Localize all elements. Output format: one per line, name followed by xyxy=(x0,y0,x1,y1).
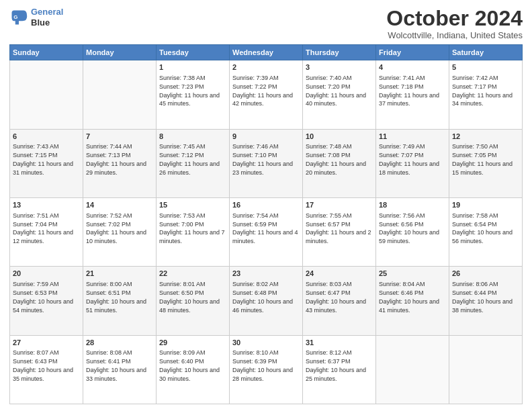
calendar-cell-8: 8Sunrise: 7:45 AMSunset: 7:12 PMDaylight… xyxy=(157,129,230,197)
calendar-cell-20: 20Sunrise: 7:59 AMSunset: 6:53 PMDayligh… xyxy=(10,267,83,335)
day-number: 1 xyxy=(159,62,226,73)
calendar-cell-3: 3Sunrise: 7:40 AMSunset: 7:20 PMDaylight… xyxy=(303,60,376,129)
day-number: 17 xyxy=(306,200,373,210)
calendar-cell-1: 1Sunrise: 7:38 AMSunset: 7:23 PMDaylight… xyxy=(157,60,230,129)
cell-info: Sunrise: 8:10 AMSunset: 6:39 PMDaylight:… xyxy=(232,349,293,381)
cell-info: Sunrise: 7:40 AMSunset: 7:20 PMDaylight:… xyxy=(306,75,366,107)
day-number: 13 xyxy=(13,200,80,210)
day-number: 28 xyxy=(86,338,153,348)
day-number: 31 xyxy=(306,338,373,348)
day-number: 14 xyxy=(86,200,153,210)
calendar-cell-empty xyxy=(376,335,449,404)
calendar-cell-2: 2Sunrise: 7:39 AMSunset: 7:22 PMDaylight… xyxy=(230,60,303,129)
calendar-header-friday: Friday xyxy=(376,45,449,60)
cell-info: Sunrise: 8:09 AMSunset: 6:40 PMDaylight:… xyxy=(159,349,220,381)
cell-info: Sunrise: 7:48 AMSunset: 7:08 PMDaylight:… xyxy=(306,143,366,175)
day-number: 29 xyxy=(159,338,226,348)
calendar-cell-26: 26Sunrise: 8:06 AMSunset: 6:44 PMDayligh… xyxy=(449,267,523,335)
day-number: 27 xyxy=(13,338,80,348)
calendar-cell-10: 10Sunrise: 7:48 AMSunset: 7:08 PMDayligh… xyxy=(303,129,376,197)
calendar-cell-28: 28Sunrise: 8:08 AMSunset: 6:41 PMDayligh… xyxy=(83,335,157,404)
title-block: October 2024 Wolcottville, Indiana, Unit… xyxy=(386,7,523,40)
subtitle: Wolcottville, Indiana, United States xyxy=(386,30,523,40)
day-number: 20 xyxy=(13,269,80,279)
page: G General Blue October 2024 Wolcottville… xyxy=(0,0,532,411)
calendar-cell-empty xyxy=(10,60,83,129)
cell-info: Sunrise: 8:07 AMSunset: 6:43 PMDaylight:… xyxy=(13,349,73,381)
logo-text: General Blue xyxy=(31,7,63,28)
day-number: 22 xyxy=(159,269,226,279)
cell-info: Sunrise: 8:02 AMSunset: 6:48 PMDaylight:… xyxy=(232,281,293,313)
cell-info: Sunrise: 8:03 AMSunset: 6:47 PMDaylight:… xyxy=(306,281,366,313)
cell-info: Sunrise: 7:43 AMSunset: 7:15 PMDaylight:… xyxy=(13,143,73,175)
calendar-table: SundayMondayTuesdayWednesdayThursdayFrid… xyxy=(9,44,523,404)
logo-icon: G xyxy=(9,8,28,27)
cell-info: Sunrise: 7:49 AMSunset: 7:07 PMDaylight:… xyxy=(379,143,439,175)
calendar-cell-23: 23Sunrise: 8:02 AMSunset: 6:48 PMDayligh… xyxy=(230,267,303,335)
day-number: 11 xyxy=(379,132,446,142)
day-number: 24 xyxy=(306,269,373,279)
day-number: 30 xyxy=(232,338,300,348)
cell-info: Sunrise: 7:53 AMSunset: 7:00 PMDaylight:… xyxy=(159,212,225,244)
calendar-header-monday: Monday xyxy=(83,45,157,60)
day-number: 2 xyxy=(232,62,300,73)
calendar-cell-14: 14Sunrise: 7:52 AMSunset: 7:02 PMDayligh… xyxy=(83,197,157,266)
day-number: 26 xyxy=(452,269,519,279)
calendar-header-tuesday: Tuesday xyxy=(157,45,230,60)
calendar-cell-9: 9Sunrise: 7:46 AMSunset: 7:10 PMDaylight… xyxy=(230,129,303,197)
day-number: 9 xyxy=(232,132,300,142)
day-number: 15 xyxy=(159,200,226,210)
calendar-cell-22: 22Sunrise: 8:01 AMSunset: 6:50 PMDayligh… xyxy=(157,267,230,335)
calendar-week-1: 1Sunrise: 7:38 AMSunset: 7:23 PMDaylight… xyxy=(10,60,523,129)
day-number: 5 xyxy=(452,62,519,73)
cell-info: Sunrise: 7:56 AMSunset: 6:56 PMDaylight:… xyxy=(379,212,439,244)
day-number: 19 xyxy=(452,200,519,210)
day-number: 12 xyxy=(452,132,519,142)
day-number: 23 xyxy=(232,269,300,279)
svg-text:G: G xyxy=(13,13,17,19)
cell-info: Sunrise: 7:55 AMSunset: 6:57 PMDaylight:… xyxy=(306,212,371,244)
calendar-cell-15: 15Sunrise: 7:53 AMSunset: 7:00 PMDayligh… xyxy=(157,197,230,266)
logo: G General Blue xyxy=(9,7,63,28)
calendar-cell-29: 29Sunrise: 8:09 AMSunset: 6:40 PMDayligh… xyxy=(157,335,230,404)
day-number: 10 xyxy=(306,132,373,142)
calendar-header-row: SundayMondayTuesdayWednesdayThursdayFrid… xyxy=(10,45,523,60)
day-number: 8 xyxy=(159,132,226,142)
cell-info: Sunrise: 8:01 AMSunset: 6:50 PMDaylight:… xyxy=(159,281,220,313)
cell-info: Sunrise: 8:00 AMSunset: 6:51 PMDaylight:… xyxy=(86,281,146,313)
cell-info: Sunrise: 7:39 AMSunset: 7:22 PMDaylight:… xyxy=(232,75,293,107)
day-number: 21 xyxy=(86,269,153,279)
cell-info: Sunrise: 7:54 AMSunset: 6:59 PMDaylight:… xyxy=(232,212,298,244)
main-title: October 2024 xyxy=(386,7,523,30)
calendar-header-thursday: Thursday xyxy=(303,45,376,60)
cell-info: Sunrise: 7:59 AMSunset: 6:53 PMDaylight:… xyxy=(13,281,73,313)
calendar-cell-18: 18Sunrise: 7:56 AMSunset: 6:56 PMDayligh… xyxy=(376,197,449,266)
calendar-header-wednesday: Wednesday xyxy=(230,45,303,60)
calendar-cell-27: 27Sunrise: 8:07 AMSunset: 6:43 PMDayligh… xyxy=(10,335,83,404)
day-number: 4 xyxy=(379,62,446,73)
calendar-cell-21: 21Sunrise: 8:00 AMSunset: 6:51 PMDayligh… xyxy=(83,267,157,335)
cell-info: Sunrise: 7:45 AMSunset: 7:12 PMDaylight:… xyxy=(159,143,220,175)
calendar-cell-30: 30Sunrise: 8:10 AMSunset: 6:39 PMDayligh… xyxy=(230,335,303,404)
day-number: 18 xyxy=(379,200,446,210)
day-number: 7 xyxy=(86,132,153,142)
cell-info: Sunrise: 7:42 AMSunset: 7:17 PMDaylight:… xyxy=(452,75,513,107)
calendar-cell-7: 7Sunrise: 7:44 AMSunset: 7:13 PMDaylight… xyxy=(83,129,157,197)
cell-info: Sunrise: 8:04 AMSunset: 6:46 PMDaylight:… xyxy=(379,281,439,313)
calendar-cell-13: 13Sunrise: 7:51 AMSunset: 7:04 PMDayligh… xyxy=(10,197,83,266)
calendar-week-3: 13Sunrise: 7:51 AMSunset: 7:04 PMDayligh… xyxy=(10,197,523,266)
cell-info: Sunrise: 7:38 AMSunset: 7:23 PMDaylight:… xyxy=(159,75,220,107)
calendar-week-2: 6Sunrise: 7:43 AMSunset: 7:15 PMDaylight… xyxy=(10,129,523,197)
calendar-cell-25: 25Sunrise: 8:04 AMSunset: 6:46 PMDayligh… xyxy=(376,267,449,335)
calendar-cell-11: 11Sunrise: 7:49 AMSunset: 7:07 PMDayligh… xyxy=(376,129,449,197)
calendar-cell-16: 16Sunrise: 7:54 AMSunset: 6:59 PMDayligh… xyxy=(230,197,303,266)
cell-info: Sunrise: 7:51 AMSunset: 7:04 PMDaylight:… xyxy=(13,212,73,244)
cell-info: Sunrise: 8:06 AMSunset: 6:44 PMDaylight:… xyxy=(452,281,513,313)
header: G General Blue October 2024 Wolcottville… xyxy=(9,7,523,40)
cell-info: Sunrise: 8:12 AMSunset: 6:37 PMDaylight:… xyxy=(306,349,366,381)
calendar-cell-12: 12Sunrise: 7:50 AMSunset: 7:05 PMDayligh… xyxy=(449,129,523,197)
calendar-header-sunday: Sunday xyxy=(10,45,83,60)
day-number: 25 xyxy=(379,269,446,279)
calendar-cell-6: 6Sunrise: 7:43 AMSunset: 7:15 PMDaylight… xyxy=(10,129,83,197)
calendar-cell-empty xyxy=(449,335,523,404)
